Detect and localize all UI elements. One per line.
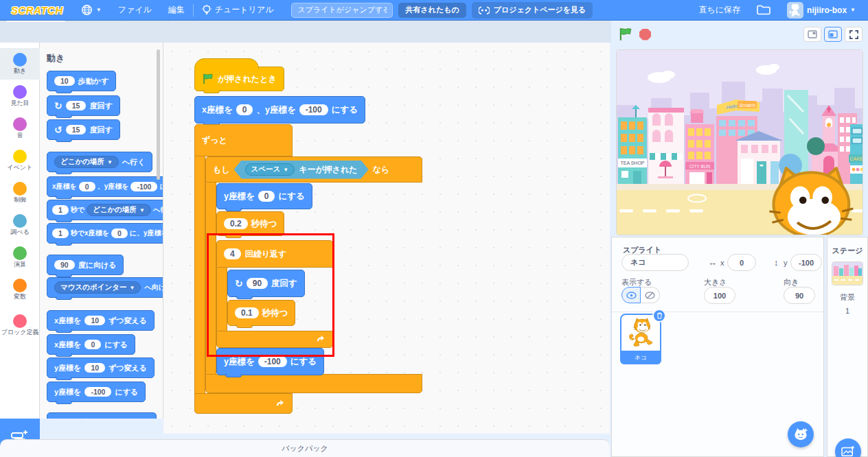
value-oval[interactable]: -100 [299,104,328,115]
palette-block-setx[interactable]: x座標を0にする [47,334,135,355]
script-if-header[interactable]: もし スペース▼ キーが押された なら [205,156,422,183]
backdrop-thumbnail[interactable] [832,261,863,285]
script-forever-header[interactable]: ずっと [194,124,293,156]
palette-scrollbar[interactable] [157,49,160,180]
stop-button[interactable] [639,29,651,40]
value-oval[interactable]: 0 [236,104,253,115]
palette-block-sety[interactable]: y座標を-100にする [47,382,146,402]
stage[interactable]: TEA SHOP CITY BUN Hello Scratch [616,49,863,235]
scratch-logo[interactable]: SCRATCH [11,4,63,16]
palette-block-setxy[interactable]: x座標を0、y座標を-100にする [47,176,163,197]
menu-tutorials[interactable]: チュートリアル [194,0,282,21]
account-menu[interactable]: nijiiro-box ▼ [779,0,864,21]
see-project-page-button[interactable]: プロジェクトページを見る [472,2,593,19]
stage-selector-panel[interactable]: ステージ 背景 1 [827,237,868,457]
script-repeat-header[interactable]: 4回繰り返す [216,240,333,268]
value-oval[interactable]: 4 [224,248,241,259]
motion-dot-icon [13,53,27,67]
palette-block-move[interactable]: 10歩動かす [47,71,116,91]
script-wait-01[interactable]: 0.1秒待つ [227,300,295,326]
category-control[interactable]: 制御 [0,177,40,209]
script-when-flag-clicked[interactable]: が押されたとき [194,67,284,91]
value-oval[interactable]: 0.1 [235,307,259,318]
palette-block-goto[interactable]: どこかの場所▼へ行く [47,152,152,172]
script-forever-spine [194,156,205,393]
value-oval[interactable]: 1 [52,205,69,215]
category-motion[interactable]: 動き [0,48,40,80]
category-variables[interactable]: 変数 [0,274,40,305]
category-looks[interactable]: 見た目 [0,80,40,112]
save-now-button[interactable]: 直ちに保存 [691,0,749,21]
fullscreen-button[interactable] [845,27,863,42]
value-oval[interactable]: 10 [84,316,105,325]
script-set-y-m100[interactable]: y座標を-100にする [216,348,324,375]
value-oval[interactable]: 0 [84,340,101,349]
script-repeat-spine [216,268,227,331]
point-towards-dropdown[interactable]: マウスのポインター▼ [54,281,141,294]
palette-block-bounce[interactable]: もし端に着いたら、跳ね返る [47,412,157,419]
value-oval[interactable]: -100 [130,182,157,191]
backpack-bar[interactable]: バックパック [0,439,610,457]
y-position-input[interactable]: -100 [790,254,822,271]
script-set-xy[interactable]: x座標を0、y座標を-100にする [194,96,365,124]
script-set-y-0[interactable]: y座標を0にする [216,183,312,209]
value-oval[interactable]: 0 [79,182,95,191]
key-dropdown[interactable]: スペース▼ [245,163,295,176]
value-oval[interactable]: 90 [247,278,268,289]
glide-dropdown[interactable]: どこかの場所▼ [87,204,151,216]
menu-file[interactable]: ファイル [110,0,160,21]
script-turn-90[interactable]: ↻90度回す [227,270,305,297]
palette-block-changex[interactable]: x座標を10ずつ変える [47,310,155,331]
size-input[interactable]: 100 [704,287,735,304]
menu-tutorials-label: チュートリアル [215,4,274,16]
value-oval[interactable]: 90 [54,260,75,270]
value-oval[interactable]: 15 [66,125,87,134]
key-pressed-condition[interactable]: スペース▼ キーが押された [234,161,369,179]
value-oval[interactable]: 15 [66,101,87,110]
category-sound[interactable]: 音 [0,113,40,144]
category-sensing[interactable]: 調べる [0,209,40,241]
panel-divider [612,312,823,312]
value-oval[interactable]: 0 [111,228,128,238]
palette-block-glidexy[interactable]: 1秒でx座標を0に、y座標を-100 [47,223,163,244]
add-sprite-button[interactable] [788,421,814,447]
add-backdrop-button[interactable] [835,438,861,457]
project-title-input[interactable] [291,3,393,18]
category-operators[interactable]: 演算 [0,242,40,273]
goto-dropdown[interactable]: どこかの場所▼ [54,156,119,168]
looks-dot-icon [13,85,27,99]
palette-block-turn-ccw[interactable]: ↺15度回す [47,119,120,140]
direction-input[interactable]: 90 [784,287,815,304]
value-oval[interactable]: 0 [258,191,275,202]
palette-block-changey[interactable]: y座標を10ずつ変える [47,358,155,378]
add-backdrop-icon [841,445,855,457]
sprite-name-input[interactable]: ネコ [621,254,689,271]
large-stage-button[interactable] [824,27,842,42]
value-oval[interactable]: 10 [84,363,105,373]
palette-block-point[interactable]: 90度に向ける [47,255,124,275]
palette-block-point-towards[interactable]: マウスのポインター▼へ向ける [47,277,163,298]
value-oval[interactable]: 10 [54,76,75,86]
language-selector[interactable]: ▼ [73,0,110,21]
small-stage-button[interactable] [803,27,821,42]
script-wait-02[interactable]: 0.2秒待つ [216,211,284,236]
value-oval[interactable]: 0.2 [224,218,248,229]
sprite-card-neko[interactable]: ネコ [620,314,661,364]
palette-block-glide[interactable]: 1秒でどこかの場所▼へ行く [47,200,163,220]
palette-block-turn-cw[interactable]: ↻15度回す [47,95,120,116]
category-events[interactable]: イベント [0,145,40,176]
category-myblocks[interactable]: ブロック定義 [0,306,40,344]
code-workspace[interactable]: が押されたとき x座標を0、y座標を-100にする ずっと もし スペース▼ キ… [163,43,610,434]
green-flag-button[interactable] [618,27,633,42]
shared-badge[interactable]: 共有されたもの [398,3,466,18]
my-stuff-button[interactable] [749,0,779,21]
stage-panel-title: ステージ [832,246,863,256]
value-oval[interactable]: 1 [52,228,69,238]
hide-sprite-button[interactable] [641,287,660,303]
value-oval[interactable]: -100 [84,387,111,397]
delete-sprite-button[interactable] [652,309,666,323]
x-position-input[interactable]: 0 [727,254,756,271]
value-oval[interactable]: -100 [258,356,287,367]
menu-edit[interactable]: 編集 [160,0,193,21]
show-sprite-button[interactable] [621,287,641,303]
